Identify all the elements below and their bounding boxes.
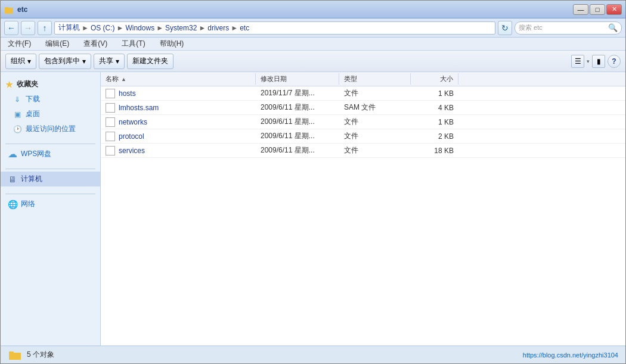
file-icon [106,117,115,127]
include-button[interactable]: 包含到库中 ▾ [39,54,91,69]
favorites-label: 收藏夹 [17,79,38,89]
menu-edit[interactable]: 编辑(E) [43,38,72,50]
sidebar-computer-section: 🖥 计算机 [1,172,100,186]
file-date-services: 2009/6/11 星期... [256,144,339,157]
status-url: https://blog.csdn.net/yingzhi3104 [523,351,618,359]
share-arrow: ▾ [116,57,119,66]
file-icon [106,103,115,113]
view-button[interactable]: ☰ [571,55,584,68]
file-icon [106,132,115,141]
breadcrumb-system32[interactable]: System32 [165,24,197,32]
menu-file[interactable]: 文件(F) [5,38,33,50]
address-bar: ← → ↑ 计算机 ► OS (C:) ► Windows ► System32… [1,18,625,38]
up-button[interactable]: ↑ [38,21,52,35]
file-date-hosts: 2019/11/7 星期... [256,87,339,99]
view-arrow[interactable]: ▾ [587,58,590,64]
sidebar-item-recent[interactable]: 🕑 最近访问的位置 [1,122,100,136]
file-icon [106,146,115,155]
breadcrumb-drivers[interactable]: drivers [207,24,229,32]
sidebar-network-section: 🌐 网络 [1,197,100,211]
file-size-services: 18 KB [411,145,458,156]
col-type-header[interactable]: 类型 [339,73,411,85]
sidebar-item-wps[interactable]: ☁ WPS网盘 [1,147,100,161]
col-date-header[interactable]: 修改日期 [256,73,339,85]
sidebar-recent-label: 最近访问的位置 [26,124,76,134]
table-row[interactable]: protocol 2009/6/11 星期... 文件 2 KB [101,129,625,144]
include-arrow: ▾ [82,57,86,66]
table-row[interactable]: services 2009/6/11 星期... 文件 18 KB [101,144,625,158]
include-label: 包含到库中 [44,56,80,66]
back-button[interactable]: ← [4,21,18,35]
sidebar-computer-label: 计算机 [21,174,42,184]
menu-help[interactable]: 帮助(H) [157,38,187,50]
file-type-protocol: 文件 [339,130,411,142]
minimize-button[interactable]: — [573,4,588,15]
breadcrumb-windows[interactable]: Windows [125,24,154,32]
title-bar: etc — □ ✕ [1,1,625,18]
sidebar-desktop-label: 桌面 [26,109,40,119]
file-name-services: services [101,145,256,157]
file-type-networks: 文件 [339,116,411,128]
new-folder-label: 新建文件夹 [132,56,168,66]
sidebar-wps-label: WPS网盘 [21,149,51,159]
file-list-header: 名称 ▲ 修改日期 类型 大小 [101,72,625,86]
desktop-icon: ▣ [13,110,22,119]
breadcrumb-computer[interactable]: 计算机 [58,23,80,33]
file-date-protocol: 2009/6/11 星期... [256,130,339,142]
file-icon [106,89,115,98]
maximize-button[interactable]: □ [590,4,605,15]
table-row[interactable]: hosts 2019/11/7 星期... 文件 1 KB [101,86,625,101]
menu-tools[interactable]: 工具(T) [119,38,147,50]
refresh-button[interactable]: ↻ [498,21,512,35]
window-icon [4,5,14,14]
file-size-networks: 1 KB [411,117,458,127]
network-icon: 🌐 [8,200,17,209]
col-name-header[interactable]: 名称 ▲ [101,73,256,85]
search-placeholder: 搜索 etc [519,23,608,32]
sidebar-favorites-section: ★ 收藏夹 ⇓ 下载 ▣ 桌面 🕑 最近访问的位置 [1,77,100,136]
organize-label: 组织 [11,56,25,66]
sidebar: ★ 收藏夹 ⇓ 下载 ▣ 桌面 🕑 最近访问的位置 [1,72,101,346]
status-bar: 5 个对象 https://blog.csdn.net/yingzhi3104 [1,346,625,363]
menu-view[interactable]: 查看(V) [81,38,110,50]
sidebar-divider-2 [5,169,95,169]
forward-button[interactable]: → [21,21,35,35]
sidebar-item-download[interactable]: ⇓ 下载 [1,92,100,107]
file-name-lmhosts: lmhosts.sam [101,102,256,114]
menu-bar: 文件(F) 编辑(E) 查看(V) 工具(T) 帮助(H) [1,38,625,51]
sidebar-item-computer[interactable]: 🖥 计算机 [1,172,100,186]
help-button[interactable]: ? [608,55,621,68]
table-row[interactable]: networks 2009/6/11 星期... 文件 1 KB [101,115,625,129]
computer-icon: 🖥 [8,175,17,183]
sidebar-item-desktop[interactable]: ▣ 桌面 [1,107,100,122]
search-icon[interactable]: 🔍 [608,23,618,32]
share-button[interactable]: 共享 ▾ [94,54,125,69]
pane-button[interactable]: ▮ [592,55,605,68]
new-folder-button[interactable]: 新建文件夹 [127,54,173,69]
main-area: ★ 收藏夹 ⇓ 下载 ▣ 桌面 🕑 最近访问的位置 [1,72,625,346]
sidebar-download-label: 下载 [26,94,40,104]
file-name-protocol: protocol [101,130,256,142]
content-pane: 名称 ▲ 修改日期 类型 大小 hosts [101,72,625,346]
organize-button[interactable]: 组织 ▾ [5,54,36,69]
close-button[interactable]: ✕ [606,4,622,15]
window-controls: — □ ✕ [573,4,622,15]
file-size-lmhosts: 4 KB [411,102,458,113]
toolbar: 组织 ▾ 包含到库中 ▾ 共享 ▾ 新建文件夹 ☰ ▾ ▮ ? [1,51,625,72]
star-icon: ★ [5,80,13,89]
table-row[interactable]: lmhosts.sam 2009/6/11 星期... SAM 文件 4 KB [101,101,625,115]
sidebar-item-network[interactable]: 🌐 网络 [1,197,100,211]
file-date-networks: 2009/6/11 星期... [256,116,339,128]
file-type-lmhosts: SAM 文件 [339,101,411,114]
file-list: hosts 2019/11/7 星期... 文件 1 KB lmhosts.sa… [101,86,625,346]
breadcrumb-drive[interactable]: OS (C:) [91,24,115,32]
file-size-hosts: 1 KB [411,88,458,99]
breadcrumb-etc[interactable]: etc [240,24,249,32]
file-size-protocol: 2 KB [411,131,458,142]
sidebar-network-label: 网络 [21,199,35,209]
cloud-icon: ☁ [8,150,17,158]
col-size-header[interactable]: 大小 [411,73,458,85]
file-name-networks: networks [101,116,256,128]
recent-icon: 🕑 [13,125,22,133]
breadcrumb[interactable]: 计算机 ► OS (C:) ► Windows ► System32 ► dri… [54,21,495,35]
